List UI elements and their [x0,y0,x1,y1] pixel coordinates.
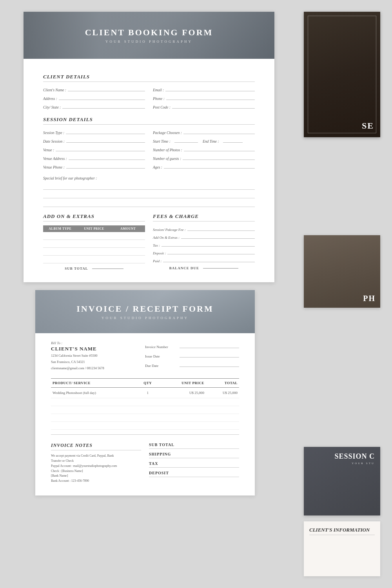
city-state-line[interactable] [62,103,145,109]
session-package-fee-line[interactable] [187,225,255,231]
package-choosen-line[interactable] [183,129,255,134]
ages-field: Ages : [153,163,255,169]
invoice-table-body: Wedding Photoshoot (full day) 1 U$ 25,00… [51,388,239,430]
empty-4 [206,398,239,406]
balance-due-row: BALANCE DUE [153,266,255,270]
due-date-line[interactable] [180,361,239,367]
addon-row-2[interactable] [43,240,145,248]
invoice-empty-row-4 [51,422,239,430]
empty-5 [51,406,137,414]
balance-due-label: BALANCE DUE [169,266,199,270]
venue-line[interactable] [56,146,145,151]
brief-line-3[interactable] [43,201,255,207]
date-session-field: Date Session : [43,137,145,143]
empty-14 [137,422,158,430]
city-state-label: City/ State : [43,105,61,109]
session-package-fee-row: Session/ Pakcage Fee : [153,225,255,232]
addon-col2: UNIT PRICE [77,225,111,232]
sub-total-row: SUB TOTAL [43,267,145,270]
number-of-guests-field: Number of guests : [153,154,255,161]
session-type-field: Session Type : [43,129,145,135]
session-row-4: Venue Address : Number of guests : [43,154,255,161]
side-panel-session: SESSION C YOUR STU [304,447,380,515]
start-time-label: Start Time : [153,140,171,143]
date-session-line[interactable] [66,137,145,143]
session-type-line[interactable] [66,129,145,134]
venue-address-line[interactable] [69,154,145,160]
invoice-row-1: Wedding Photoshoot (full day) 1 U$ 25,00… [51,388,239,398]
tax-total-row: TAX [149,461,239,468]
clients-name-line[interactable] [68,86,145,91]
addon-row-1[interactable] [43,232,145,240]
number-of-guests-line[interactable] [183,154,255,160]
special-brief-label: Special brief for our photographer : [43,176,97,180]
tax-fee-line[interactable] [162,241,255,247]
venue-label: Venue : [43,148,54,152]
addon-row-3[interactable] [43,248,145,256]
venue-address-field: Venue Address : [43,154,145,161]
addon-row-4[interactable] [43,256,145,263]
special-brief-area: Special brief for our photographer : [43,174,255,207]
bill-to-col: Bill To : CLIENT'S NAME 1234 California … [51,341,145,370]
fees-col: FEES & CHARGE Session/ Pakcage Fee : Add… [153,213,255,270]
notes-line-2: Transfer or Check [51,459,141,464]
date-session-label: Date Session : [43,140,65,143]
city-state-field: City/ State : [43,103,145,109]
paid-fee-line[interactable] [163,257,255,262]
email-line[interactable] [165,86,255,91]
panel3-session-label: SESSION C [334,452,375,461]
client-details-title: CLIENT DETAILS [43,74,255,82]
tax-total-label: TAX [149,461,239,466]
address-line[interactable] [59,94,145,100]
session-type-label: Session Type : [43,131,64,135]
deposit-total-row: DEPOSIT [149,471,239,477]
invoice-totals-col: SUB TOTAL SHIPPING TAX DEPOSIT [149,443,239,484]
ages-line[interactable] [164,163,255,169]
invoice-notes-col: INVOICE NOTES We accept payment via Cred… [51,443,141,484]
add-on-extras-fee-line[interactable] [181,233,255,239]
invoice-empty-row-2 [51,406,239,414]
issue-date-label: Issue Date [145,354,176,358]
empty-1 [51,398,137,406]
th-total: TOTAL [206,379,239,388]
client-row-3: City/ State : Post Code : [43,103,255,109]
client-row-1: Client's Name : Email : [43,86,255,92]
deposit-fee-line[interactable] [167,249,255,254]
invoice-empty-row-1 [51,398,239,406]
post-code-line[interactable] [172,103,255,109]
panel3-studio-label: YOUR STU [352,462,375,465]
email-label: Email : [153,88,164,92]
deposit-fee-row: Deposit : [153,249,255,255]
session-package-fee-label: Session/ Pakcage Fee : [153,228,186,232]
time-fields: Start Time : End Time : [153,137,255,143]
venue-phone-line[interactable] [66,163,145,169]
start-time-line[interactable] [174,137,198,143]
invoice-number-line[interactable] [180,343,239,348]
address-label: Address : [43,97,57,101]
invoice-subtitle: YOUR STUDIO PHOTOGRAPHY [102,316,189,320]
number-of-photos-label: Number of Photos : [153,148,182,152]
invoice-separator [51,434,239,435]
venue-phone-field: Venue Phone : [43,163,145,169]
notes-line-3: Paypal Account : mail@yourstudiophotogra… [51,464,141,469]
phone-line[interactable] [166,94,255,100]
paid-fee-label: Paid : [153,259,162,263]
empty-3 [158,398,206,406]
empty-8 [206,406,239,414]
inner-border [308,16,376,133]
invoice-address-2: San Fransisco, CA 54321 [51,359,145,365]
number-of-photos-field: Number of Photos : [153,146,255,152]
deposit-fee-label: Deposit : [153,251,166,255]
invoice-body: Bill To : CLIENT'S NAME 1234 California … [35,333,255,495]
invoice-table: PRODUCT/ SERVICE QTY UNIT PRICE TOTAL We… [51,378,239,430]
brief-line-2[interactable] [43,192,255,198]
end-time-line[interactable] [223,137,243,143]
empty-10 [137,414,158,422]
invoice-address-1: 1234 California Street Suite #5500 [51,353,145,358]
empty-6 [137,406,158,414]
issue-date-row: Issue Date [145,352,239,358]
session-row-5: Venue Phone : Ages : [43,163,255,169]
issue-date-line[interactable] [180,352,239,358]
brief-line-1[interactable] [43,183,255,190]
number-of-photos-line[interactable] [184,146,255,151]
